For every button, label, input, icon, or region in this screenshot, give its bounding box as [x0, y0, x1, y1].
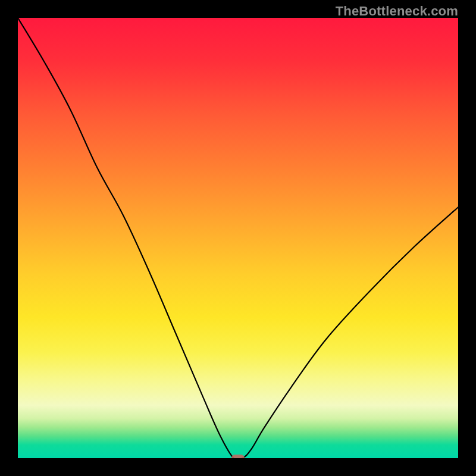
chart-frame: TheBottleneck.com — [0, 0, 476, 476]
optimal-marker — [231, 455, 245, 458]
curve-svg — [18, 18, 458, 458]
watermark-text: TheBottleneck.com — [336, 4, 458, 19]
plot-area — [18, 18, 458, 458]
bottleneck-curve-line — [18, 18, 458, 458]
